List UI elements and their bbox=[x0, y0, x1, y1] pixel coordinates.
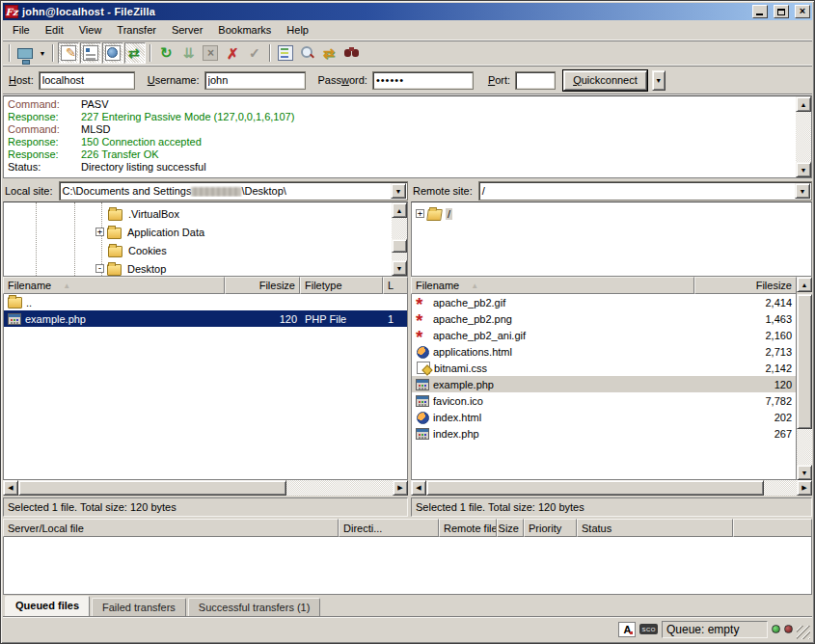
quickconnect-dropdown[interactable]: ▼ bbox=[652, 70, 666, 91]
file-row-example-php[interactable]: example.php 120 PHP File 1 bbox=[4, 310, 407, 327]
column-header-lastmodified[interactable]: L bbox=[383, 277, 408, 294]
tab-queued-files[interactable]: Queued files bbox=[5, 596, 90, 616]
tree-item-virtualbox[interactable]: .VirtualBox bbox=[108, 204, 392, 223]
menu-server[interactable]: Server bbox=[164, 21, 210, 39]
column-header-size[interactable]: Size bbox=[497, 519, 524, 537]
tab-successful-transfers[interactable]: Successful transfers (1) bbox=[188, 598, 321, 616]
remote-site-dropdown[interactable]: ▼ bbox=[795, 183, 810, 199]
abort-button[interactable] bbox=[244, 42, 265, 64]
site-manager-button[interactable] bbox=[14, 42, 36, 64]
column-header-filename[interactable]: Filename▲ bbox=[411, 277, 694, 294]
queue-body bbox=[3, 537, 812, 595]
file-row[interactable]: apache_pb2.gif 2,414 bbox=[412, 294, 796, 310]
local-site-dropdown[interactable]: ▼ bbox=[391, 183, 406, 199]
tree-item-cookies[interactable]: Cookies bbox=[108, 241, 392, 259]
menu-view[interactable]: View bbox=[71, 21, 110, 39]
toggle-message-log-button[interactable] bbox=[58, 42, 79, 64]
disconnect-button[interactable] bbox=[222, 42, 243, 64]
port-input[interactable] bbox=[515, 71, 556, 90]
tree-guide bbox=[74, 202, 75, 276]
column-header-priority[interactable]: Priority bbox=[524, 519, 577, 537]
local-tree-toggle-icon bbox=[83, 45, 98, 61]
local-site-combo[interactable]: C:\Documents and Settings\Desktop\ ▼ bbox=[59, 181, 408, 201]
file-row[interactable]: apache_pb2.png 1,463 bbox=[412, 310, 796, 327]
menu-edit[interactable]: Edit bbox=[38, 21, 71, 39]
file-row-selected[interactable]: example.php 120 bbox=[412, 376, 796, 392]
file-row[interactable]: index.php 267 bbox=[412, 425, 796, 442]
expand-plus-icon[interactable]: + bbox=[95, 228, 104, 236]
scroll-up-icon[interactable]: ▲ bbox=[796, 96, 811, 112]
toggle-remote-tree-button[interactable] bbox=[102, 42, 123, 64]
refresh-button[interactable] bbox=[155, 42, 177, 64]
local-tree-scrollbar[interactable]: ▲ ▼ bbox=[392, 202, 407, 276]
column-header-filesize[interactable]: Filesize bbox=[694, 277, 797, 294]
remote-site-label: Remote site: bbox=[411, 182, 478, 200]
tree-item-application-data[interactable]: + Application Data bbox=[95, 223, 392, 241]
file-row-parent-dir[interactable]: .. bbox=[4, 294, 407, 310]
remote-list-scrollbar[interactable]: ▼ bbox=[797, 294, 812, 480]
quickconnect-button[interactable]: Quickconnect bbox=[563, 70, 647, 91]
menu-file[interactable]: File bbox=[5, 21, 38, 39]
menu-bookmarks[interactable]: Bookmarks bbox=[210, 21, 279, 39]
column-header-remote-file[interactable]: Remote file bbox=[439, 519, 497, 537]
scrollbar-thumb[interactable] bbox=[797, 294, 812, 429]
column-header-status[interactable]: Status bbox=[577, 519, 733, 537]
host-input[interactable] bbox=[39, 71, 135, 90]
file-row[interactable]: applications.html 2,713 bbox=[412, 343, 796, 360]
tree-guide bbox=[36, 202, 37, 276]
maximize-button[interactable] bbox=[774, 5, 789, 18]
synchronized-browsing-icon bbox=[322, 45, 338, 61]
column-header-filename[interactable]: Filename▲ bbox=[3, 277, 225, 294]
scroll-down-icon[interactable]: ▼ bbox=[392, 260, 407, 276]
column-header-filetype[interactable]: Filetype bbox=[300, 277, 383, 294]
scroll-left-icon[interactable]: ◀ bbox=[411, 480, 426, 496]
menu-help[interactable]: Help bbox=[279, 21, 316, 39]
username-input[interactable] bbox=[204, 71, 306, 90]
scroll-right-icon[interactable]: ▶ bbox=[393, 480, 408, 496]
folder-icon bbox=[107, 264, 122, 276]
scroll-down-icon[interactable]: ▼ bbox=[796, 162, 811, 177]
column-header-filesize[interactable]: Filesize bbox=[225, 277, 300, 294]
scrollbar-thumb[interactable] bbox=[392, 239, 407, 253]
remote-site-combo[interactable]: / ▼ bbox=[478, 181, 812, 201]
scroll-right-icon[interactable]: ▶ bbox=[797, 480, 812, 496]
synchronized-browsing-button[interactable] bbox=[319, 42, 340, 64]
file-row[interactable]: favicon.ico 7,782 bbox=[412, 392, 796, 409]
scroll-left-icon[interactable]: ◀ bbox=[3, 480, 18, 496]
toggle-local-tree-button[interactable] bbox=[80, 42, 101, 64]
tree-item-root[interactable]: + / bbox=[416, 204, 811, 223]
collapse-minus-icon[interactable]: - bbox=[95, 264, 104, 273]
site-manager-dropdown[interactable]: ▼ bbox=[37, 42, 48, 64]
column-header-direction[interactable]: Directi... bbox=[339, 519, 439, 537]
scroll-up-icon[interactable]: ▲ bbox=[392, 202, 407, 218]
process-queue-button[interactable] bbox=[177, 42, 199, 64]
chevron-down-icon: ▼ bbox=[395, 188, 402, 195]
column-header-server-local-file[interactable]: Server/Local file bbox=[3, 519, 339, 537]
file-row[interactable]: bitnami.css 2,142 bbox=[412, 360, 796, 376]
resize-grip[interactable] bbox=[797, 626, 810, 639]
toggle-queue-button[interactable] bbox=[124, 42, 146, 64]
expand-plus-icon[interactable]: + bbox=[416, 209, 424, 218]
file-row[interactable]: apache_pb2_ani.gif 2,160 bbox=[412, 327, 796, 343]
scrollbar-thumb[interactable] bbox=[18, 480, 286, 496]
tree-item-desktop[interactable]: - Desktop bbox=[95, 259, 392, 277]
menu-transfer[interactable]: Transfer bbox=[109, 21, 164, 39]
scroll-up-icon[interactable]: ▲ bbox=[797, 277, 812, 292]
remote-hscrollbar[interactable]: ◀ ▶ bbox=[411, 480, 812, 496]
scroll-down-icon[interactable]: ▼ bbox=[797, 465, 812, 480]
folder-icon bbox=[107, 228, 122, 239]
local-hscrollbar[interactable]: ◀ ▶ bbox=[3, 480, 408, 496]
close-button[interactable]: × bbox=[795, 5, 810, 18]
scrollbar-thumb[interactable] bbox=[426, 480, 764, 496]
log-scrollbar[interactable]: ▲ ▼ bbox=[796, 96, 811, 177]
log-line: Status:Directory listing successful bbox=[8, 161, 796, 174]
file-row[interactable]: index.html 202 bbox=[412, 409, 796, 425]
password-input[interactable] bbox=[372, 71, 474, 90]
find-files-button[interactable] bbox=[297, 42, 318, 64]
tab-failed-transfers[interactable]: Failed transfers bbox=[92, 598, 186, 616]
directory-comparison-button[interactable] bbox=[275, 42, 296, 64]
minimize-button[interactable] bbox=[752, 5, 768, 18]
column-header-blank bbox=[733, 519, 812, 537]
filter-button[interactable] bbox=[341, 42, 363, 64]
cancel-operation-button[interactable] bbox=[200, 42, 221, 64]
